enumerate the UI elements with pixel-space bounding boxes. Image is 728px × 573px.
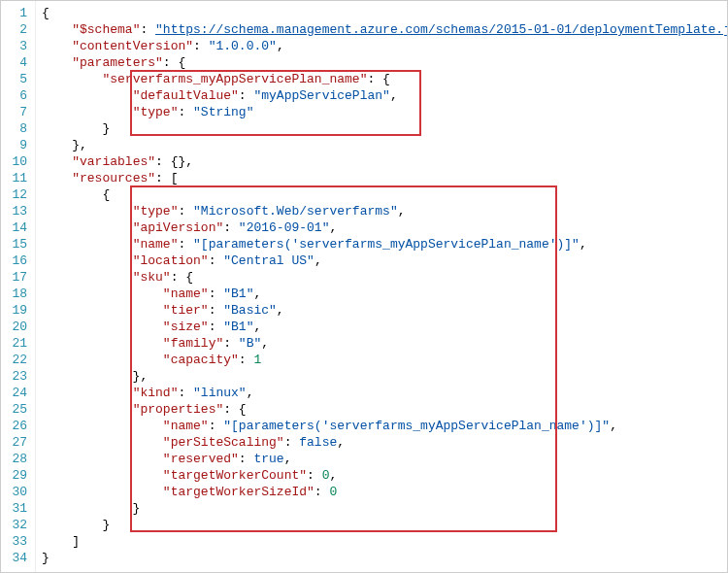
line-number: 17: [5, 269, 27, 286]
code-line[interactable]: "kind": "linux",: [42, 385, 728, 401]
token-p: ,: [261, 336, 269, 351]
token-k: "parameters": [72, 55, 163, 70]
code-line[interactable]: }: [42, 517, 728, 533]
code-line[interactable]: "family": "B",: [42, 335, 728, 352]
token-p: :: [209, 303, 224, 318]
code-line[interactable]: "serverfarms_myAppServicePlan_name": {: [42, 71, 728, 87]
code-line[interactable]: "apiVersion": "2016-09-01",: [42, 219, 728, 236]
code-line[interactable]: "resources": [: [42, 170, 728, 186]
code-line[interactable]: "tier": "Basic",: [42, 302, 728, 319]
token-k: "contentVersion": [72, 39, 193, 53]
code-line[interactable]: "defaultValue": "myAppServicePlan",: [42, 87, 728, 104]
token-k: "name": [163, 419, 209, 433]
line-number: 4: [5, 54, 27, 71]
code-line[interactable]: "size": "B1",: [42, 319, 728, 335]
code-line[interactable]: "sku": {: [42, 269, 728, 286]
token-k: "variables": [72, 154, 155, 169]
code-line[interactable]: "targetWorkerSizeId": 0: [42, 484, 728, 500]
token-p: [42, 270, 133, 285]
token-p: : [: [155, 171, 178, 185]
token-k: "type": [133, 204, 179, 219]
token-p: :: [209, 419, 224, 433]
token-p: [42, 55, 72, 70]
token-p: ]: [42, 534, 80, 549]
token-p: :: [178, 237, 193, 252]
token-p: ,: [247, 386, 254, 400]
code-line[interactable]: "type": "Microsoft.Web/serverfarms",: [42, 203, 728, 219]
code-line[interactable]: "name": "B1",: [42, 286, 728, 302]
code-line[interactable]: "location": "Central US",: [42, 253, 728, 269]
token-k: "apiVersion": [133, 220, 224, 235]
token-k: "resources": [72, 171, 155, 185]
token-p: [42, 72, 102, 86]
token-p: [42, 253, 133, 268]
code-line[interactable]: ]: [42, 533, 728, 550]
line-number: 12: [5, 186, 27, 203]
code-line[interactable]: },: [42, 368, 728, 385]
token-k: "sku": [133, 270, 171, 285]
token-p: :: [209, 320, 224, 334]
line-number-gutter: 1234567891011121314151617181920212223242…: [1, 1, 36, 572]
token-p: : {: [367, 72, 389, 86]
line-number: 6: [5, 87, 27, 104]
code-editor[interactable]: 1234567891011121314151617181920212223242…: [1, 1, 727, 572]
token-p: [42, 452, 163, 466]
token-p: ,: [277, 39, 284, 53]
line-number: 21: [5, 335, 27, 352]
code-area[interactable]: { "$schema": "https://schema.management.…: [36, 1, 728, 572]
token-p: }: [42, 551, 50, 565]
token-p: :: [314, 485, 330, 499]
token-p: [42, 286, 163, 301]
token-p: [42, 105, 133, 119]
token-k: "size": [163, 320, 209, 334]
token-p: :: [178, 204, 193, 219]
line-number: 19: [5, 302, 27, 319]
token-k: "kind": [133, 386, 179, 400]
code-line[interactable]: "reserved": true,: [42, 451, 728, 467]
code-line[interactable]: {: [42, 5, 728, 21]
code-line[interactable]: "properties": {: [42, 401, 728, 418]
token-p: :: [239, 353, 254, 367]
code-line[interactable]: "contentVersion": "1.0.0.0",: [42, 38, 728, 54]
code-line[interactable]: "variables": {},: [42, 153, 728, 170]
code-line[interactable]: "$schema": "https://schema.management.az…: [42, 21, 728, 38]
line-number: 14: [5, 219, 27, 236]
token-p: [42, 419, 163, 433]
code-line[interactable]: "capacity": 1: [42, 352, 728, 368]
token-p: : {},: [155, 154, 193, 169]
token-p: ,: [337, 435, 345, 450]
token-s: "[parameters('serverfarms_myAppServicePl…: [223, 419, 610, 433]
token-p: }: [42, 501, 140, 516]
line-number: 10: [5, 153, 27, 170]
token-k: "tier": [163, 303, 209, 318]
token-p: ,: [253, 286, 261, 301]
token-p: ,: [390, 88, 398, 103]
token-p: ,: [579, 237, 587, 252]
code-line[interactable]: "targetWorkerCount": 0,: [42, 467, 728, 484]
line-number: 31: [5, 500, 27, 517]
token-s: "B1": [223, 286, 253, 301]
line-number: 28: [5, 451, 27, 467]
code-line[interactable]: }: [42, 120, 728, 137]
code-line[interactable]: }: [42, 550, 728, 566]
code-line[interactable]: "name": "[parameters('serverfarms_myAppS…: [42, 418, 728, 434]
code-line[interactable]: {: [42, 186, 728, 203]
code-line[interactable]: "name": "[parameters('serverfarms_myAppS…: [42, 236, 728, 253]
code-line[interactable]: "type": "String": [42, 104, 728, 120]
token-p: },: [42, 369, 148, 384]
token-s: "linux": [193, 386, 247, 400]
token-s: "Microsoft.Web/serverfarms": [193, 204, 398, 219]
code-line[interactable]: "perSiteScaling": false,: [42, 434, 728, 451]
token-k: "serverfarms_myAppServicePlan_name": [102, 72, 367, 86]
code-line[interactable]: "parameters": {: [42, 54, 728, 71]
token-p: ,: [314, 253, 322, 268]
token-p: [42, 22, 72, 37]
line-number: 33: [5, 533, 27, 550]
token-p: }: [42, 518, 110, 532]
line-number: 1: [5, 5, 27, 21]
token-p: ,: [329, 468, 337, 483]
code-line[interactable]: },: [42, 137, 728, 153]
line-number: 25: [5, 401, 27, 418]
token-p: [42, 154, 72, 169]
code-line[interactable]: }: [42, 500, 728, 517]
